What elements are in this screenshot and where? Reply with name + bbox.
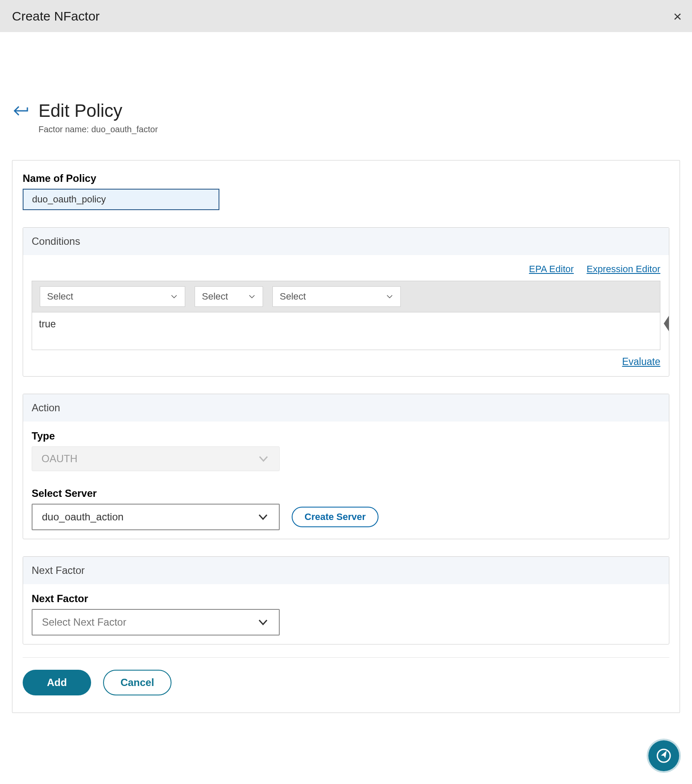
epa-editor-link[interactable]: EPA Editor [529,264,574,275]
chevron-down-icon [257,512,269,522]
backspace-icon [640,291,669,356]
next-factor-placeholder: Select Next Factor [42,616,126,628]
action-header: Action [23,394,669,422]
condition-select-2[interactable]: Select [195,286,263,307]
server-label: Select Server [32,487,660,499]
expression-toolbar: Select Select Select [32,281,660,312]
page-title: Edit Policy [38,101,158,121]
divider [23,657,669,658]
conditions-header: Conditions [23,228,669,255]
conditions-section: Conditions EPA Editor Expression Editor … [23,227,669,377]
action-section: Action Type OAUTH Select Server duo_oaut… [23,394,669,539]
condition-select-3-label: Select [280,291,306,302]
chevron-down-icon [248,293,256,300]
page-subtitle: Factor name: duo_oauth_factor [38,125,158,134]
form-card: Name of Policy Conditions EPA Editor Exp… [12,160,680,713]
close-icon[interactable]: × [673,9,682,24]
next-factor-select[interactable]: Select Next Factor [32,609,280,636]
type-label: Type [32,430,660,442]
modal-header: Create NFactor × [0,0,692,32]
modal-title: Create NFactor [12,9,100,24]
back-arrow-icon [13,105,30,117]
clear-expression-button[interactable] [640,291,652,302]
policy-name-label: Name of Policy [23,172,669,184]
compass-icon [656,748,671,763]
cancel-button[interactable]: Cancel [103,670,172,695]
type-value: OAUTH [41,453,77,465]
chevron-down-icon [257,454,270,464]
server-select[interactable]: duo_oauth_action [32,504,280,530]
button-row: Add Cancel [23,670,669,695]
expression-text[interactable]: true [32,312,660,350]
expression-editor-link[interactable]: Expression Editor [587,264,660,275]
back-button[interactable] [12,102,31,119]
condition-select-1[interactable]: Select [40,286,185,307]
chevron-down-icon [170,293,178,300]
type-select: OAUTH [32,446,280,471]
help-fab[interactable] [648,740,679,771]
page-heading: Edit Policy Factor name: duo_oauth_facto… [38,101,158,134]
server-select-value: duo_oauth_action [42,511,124,523]
chevron-down-icon [257,617,269,627]
add-button[interactable]: Add [23,670,91,695]
chevron-down-icon [386,293,393,300]
condition-select-1-label: Select [47,291,73,302]
create-server-button[interactable]: Create Server [292,507,379,527]
policy-name-input[interactable] [23,189,219,210]
next-factor-label: Next Factor [32,593,660,605]
condition-select-3[interactable]: Select [272,286,401,307]
condition-select-2-label: Select [202,291,228,302]
evaluate-link[interactable]: Evaluate [622,356,660,368]
next-factor-section: Next Factor Next Factor Select Next Fact… [23,556,669,644]
next-factor-header: Next Factor [23,557,669,584]
editor-links: EPA Editor Expression Editor [32,264,660,275]
